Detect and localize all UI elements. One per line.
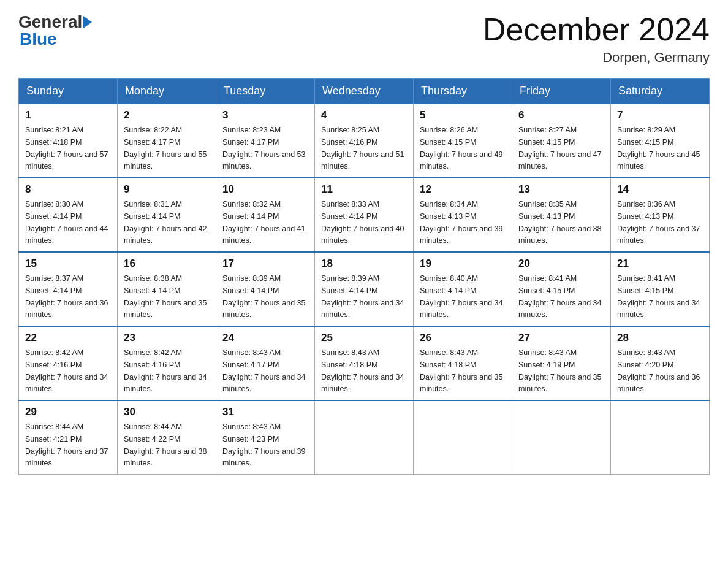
day-info: Sunrise: 8:43 AMSunset: 4:19 PMDaylight:… xyxy=(518,348,602,393)
day-number: 9 xyxy=(124,183,210,196)
calendar-cell: 16 Sunrise: 8:38 AMSunset: 4:14 PMDaylig… xyxy=(118,252,216,326)
day-number: 23 xyxy=(124,332,210,344)
calendar-header-sunday: Sunday xyxy=(19,79,118,104)
calendar-cell: 25 Sunrise: 8:43 AMSunset: 4:18 PMDaylig… xyxy=(315,326,414,400)
day-info: Sunrise: 8:32 AMSunset: 4:14 PMDaylight:… xyxy=(222,200,306,245)
day-info: Sunrise: 8:22 AMSunset: 4:17 PMDaylight:… xyxy=(124,126,207,170)
day-info: Sunrise: 8:43 AMSunset: 4:18 PMDaylight:… xyxy=(420,348,503,393)
calendar-cell: 30 Sunrise: 8:44 AMSunset: 4:22 PMDaylig… xyxy=(118,400,216,475)
day-number: 20 xyxy=(518,258,604,270)
day-info: Sunrise: 8:39 AMSunset: 4:14 PMDaylight:… xyxy=(222,274,306,319)
calendar-cell: 29 Sunrise: 8:44 AMSunset: 4:21 PMDaylig… xyxy=(19,400,118,475)
calendar-header-tuesday: Tuesday xyxy=(216,79,315,104)
day-info: Sunrise: 8:43 AMSunset: 4:23 PMDaylight:… xyxy=(222,423,306,467)
calendar-cell: 7 Sunrise: 8:29 AMSunset: 4:15 PMDayligh… xyxy=(611,104,710,178)
calendar-cell: 6 Sunrise: 8:27 AMSunset: 4:15 PMDayligh… xyxy=(512,104,611,178)
title-area: December 2024 Dorpen, Germany xyxy=(483,12,710,66)
day-info: Sunrise: 8:44 AMSunset: 4:22 PMDaylight:… xyxy=(124,423,207,467)
day-info: Sunrise: 8:34 AMSunset: 4:13 PMDaylight:… xyxy=(420,200,503,245)
calendar-week-row: 15 Sunrise: 8:37 AMSunset: 4:14 PMDaylig… xyxy=(19,252,710,326)
month-title: December 2024 xyxy=(483,12,710,47)
calendar-cell: 21 Sunrise: 8:41 AMSunset: 4:15 PMDaylig… xyxy=(611,252,710,326)
day-info: Sunrise: 8:41 AMSunset: 4:15 PMDaylight:… xyxy=(617,274,700,319)
calendar-cell: 15 Sunrise: 8:37 AMSunset: 4:14 PMDaylig… xyxy=(19,252,118,326)
calendar-week-row: 1 Sunrise: 8:21 AMSunset: 4:18 PMDayligh… xyxy=(19,104,710,178)
day-info: Sunrise: 8:40 AMSunset: 4:14 PMDaylight:… xyxy=(420,274,503,319)
day-info: Sunrise: 8:26 AMSunset: 4:15 PMDaylight:… xyxy=(420,126,503,170)
calendar-header-thursday: Thursday xyxy=(414,79,512,104)
day-info: Sunrise: 8:30 AMSunset: 4:14 PMDaylight:… xyxy=(25,200,108,245)
logo-arrow-icon xyxy=(83,16,92,28)
day-info: Sunrise: 8:43 AMSunset: 4:17 PMDaylight:… xyxy=(222,348,306,393)
day-number: 14 xyxy=(617,183,703,196)
calendar-cell: 20 Sunrise: 8:41 AMSunset: 4:15 PMDaylig… xyxy=(512,252,611,326)
day-info: Sunrise: 8:38 AMSunset: 4:14 PMDaylight:… xyxy=(124,274,207,319)
day-number: 19 xyxy=(420,258,506,270)
day-info: Sunrise: 8:43 AMSunset: 4:20 PMDaylight:… xyxy=(617,348,700,393)
calendar-cell: 5 Sunrise: 8:26 AMSunset: 4:15 PMDayligh… xyxy=(414,104,512,178)
calendar-week-row: 8 Sunrise: 8:30 AMSunset: 4:14 PMDayligh… xyxy=(19,178,710,252)
day-info: Sunrise: 8:41 AMSunset: 4:15 PMDaylight:… xyxy=(518,274,602,319)
calendar-cell: 13 Sunrise: 8:35 AMSunset: 4:13 PMDaylig… xyxy=(512,178,611,252)
calendar-cell: 17 Sunrise: 8:39 AMSunset: 4:14 PMDaylig… xyxy=(216,252,315,326)
calendar-cell: 24 Sunrise: 8:43 AMSunset: 4:17 PMDaylig… xyxy=(216,326,315,400)
calendar-cell xyxy=(512,400,611,475)
calendar-cell xyxy=(315,400,414,475)
day-info: Sunrise: 8:44 AMSunset: 4:21 PMDaylight:… xyxy=(25,423,108,467)
day-info: Sunrise: 8:42 AMSunset: 4:16 PMDaylight:… xyxy=(124,348,207,393)
day-number: 27 xyxy=(518,332,604,344)
day-number: 17 xyxy=(222,258,308,270)
calendar-table: SundayMondayTuesdayWednesdayThursdayFrid… xyxy=(18,78,710,475)
day-number: 2 xyxy=(124,109,210,121)
calendar-header-monday: Monday xyxy=(118,79,216,104)
day-number: 13 xyxy=(518,183,604,196)
calendar-cell: 23 Sunrise: 8:42 AMSunset: 4:16 PMDaylig… xyxy=(118,326,216,400)
day-info: Sunrise: 8:42 AMSunset: 4:16 PMDaylight:… xyxy=(25,348,108,393)
day-number: 12 xyxy=(420,183,506,196)
day-number: 25 xyxy=(321,332,407,344)
calendar-cell: 19 Sunrise: 8:40 AMSunset: 4:14 PMDaylig… xyxy=(414,252,512,326)
day-number: 7 xyxy=(617,109,703,121)
calendar-week-row: 29 Sunrise: 8:44 AMSunset: 4:21 PMDaylig… xyxy=(19,400,710,475)
page-header: General Blue December 2024 Dorpen, Germa… xyxy=(18,12,710,66)
day-number: 29 xyxy=(25,406,111,418)
day-info: Sunrise: 8:36 AMSunset: 4:13 PMDaylight:… xyxy=(617,200,700,245)
calendar-week-row: 22 Sunrise: 8:42 AMSunset: 4:16 PMDaylig… xyxy=(19,326,710,400)
location: Dorpen, Germany xyxy=(483,50,710,66)
calendar-cell: 2 Sunrise: 8:22 AMSunset: 4:17 PMDayligh… xyxy=(118,104,216,178)
day-info: Sunrise: 8:37 AMSunset: 4:14 PMDaylight:… xyxy=(25,274,108,319)
calendar-header-saturday: Saturday xyxy=(611,79,710,104)
day-info: Sunrise: 8:31 AMSunset: 4:14 PMDaylight:… xyxy=(124,200,207,245)
calendar-cell xyxy=(414,400,512,475)
day-number: 5 xyxy=(420,109,506,121)
day-number: 1 xyxy=(25,109,111,121)
day-number: 22 xyxy=(25,332,111,344)
calendar-cell: 4 Sunrise: 8:25 AMSunset: 4:16 PMDayligh… xyxy=(315,104,414,178)
day-info: Sunrise: 8:29 AMSunset: 4:15 PMDaylight:… xyxy=(617,126,700,170)
calendar-cell: 12 Sunrise: 8:34 AMSunset: 4:13 PMDaylig… xyxy=(414,178,512,252)
logo-blue: Blue xyxy=(20,29,57,48)
calendar-cell: 18 Sunrise: 8:39 AMSunset: 4:14 PMDaylig… xyxy=(315,252,414,326)
calendar-cell: 3 Sunrise: 8:23 AMSunset: 4:17 PMDayligh… xyxy=(216,104,315,178)
calendar-cell: 1 Sunrise: 8:21 AMSunset: 4:18 PMDayligh… xyxy=(19,104,118,178)
calendar-cell: 8 Sunrise: 8:30 AMSunset: 4:14 PMDayligh… xyxy=(19,178,118,252)
calendar-header-wednesday: Wednesday xyxy=(315,79,414,104)
day-number: 26 xyxy=(420,332,506,344)
calendar-header-friday: Friday xyxy=(512,79,611,104)
calendar-cell: 11 Sunrise: 8:33 AMSunset: 4:14 PMDaylig… xyxy=(315,178,414,252)
day-number: 21 xyxy=(617,258,703,270)
day-number: 31 xyxy=(222,406,308,418)
calendar-cell: 14 Sunrise: 8:36 AMSunset: 4:13 PMDaylig… xyxy=(611,178,710,252)
day-info: Sunrise: 8:43 AMSunset: 4:18 PMDaylight:… xyxy=(321,348,404,393)
day-info: Sunrise: 8:23 AMSunset: 4:17 PMDaylight:… xyxy=(222,126,306,170)
day-info: Sunrise: 8:35 AMSunset: 4:13 PMDaylight:… xyxy=(518,200,602,245)
calendar-cell: 26 Sunrise: 8:43 AMSunset: 4:18 PMDaylig… xyxy=(414,326,512,400)
calendar-cell: 10 Sunrise: 8:32 AMSunset: 4:14 PMDaylig… xyxy=(216,178,315,252)
day-number: 4 xyxy=(321,109,407,121)
calendar-cell: 9 Sunrise: 8:31 AMSunset: 4:14 PMDayligh… xyxy=(118,178,216,252)
calendar-cell: 22 Sunrise: 8:42 AMSunset: 4:16 PMDaylig… xyxy=(19,326,118,400)
day-info: Sunrise: 8:27 AMSunset: 4:15 PMDaylight:… xyxy=(518,126,602,170)
day-number: 10 xyxy=(222,183,308,196)
day-number: 24 xyxy=(222,332,308,344)
day-number: 8 xyxy=(25,183,111,196)
